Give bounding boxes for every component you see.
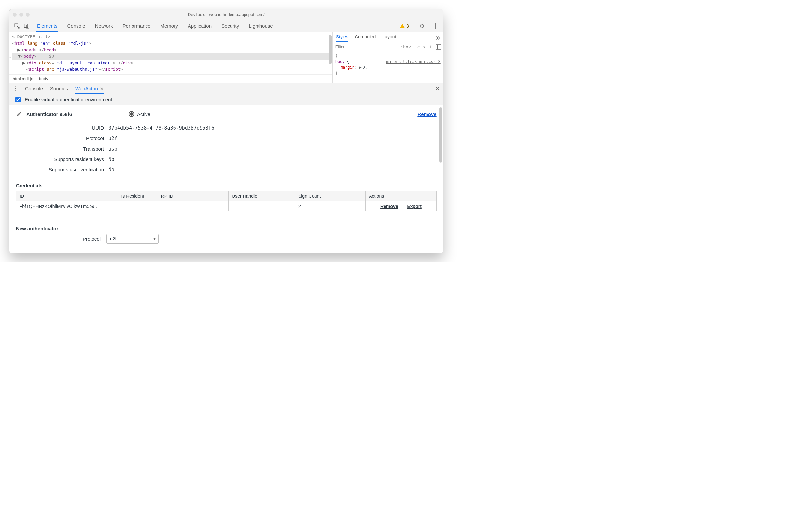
active-radio[interactable]: Active <box>129 111 150 117</box>
na-protocol-value: u2f <box>110 236 116 241</box>
close-icon[interactable]: ✕ <box>100 86 104 91</box>
styles-tabs: Styles Computed Layout <box>333 32 443 42</box>
new-authenticator-heading: New authenticator <box>16 226 437 231</box>
close-drawer-icon[interactable]: ✕ <box>435 85 440 92</box>
drawer-tab-webauthn[interactable]: WebAuthn✕ <box>75 86 104 91</box>
credentials-heading: Credentials <box>16 183 437 188</box>
window-title: DevTools - webauthndemo.appspot.com/ <box>9 12 443 17</box>
drawer-tabs: Console Sources WebAuthn✕ ✕ <box>9 83 443 94</box>
styles-filter-input[interactable] <box>333 43 399 51</box>
warning-count: 3 <box>406 23 409 29</box>
zoom-dot[interactable] <box>26 13 30 17</box>
minimize-dot[interactable] <box>19 13 23 17</box>
authenticator-title: Authenticator 958f6 <box>26 111 72 117</box>
main-toolbar: Elements Console Network Performance Mem… <box>9 20 443 32</box>
styles-tab-computed[interactable]: Computed <box>355 34 376 42</box>
th-userhandle[interactable]: User Handle <box>229 191 295 201</box>
tab-performance[interactable]: Performance <box>122 21 151 32</box>
uuid-label: UUID <box>29 123 104 133</box>
svg-point-3 <box>435 23 436 25</box>
table-header-row: ID Is Resident RP ID User Handle Sign Co… <box>16 191 437 201</box>
selected-node[interactable]: … ▼<body> == $0 <box>12 53 332 60</box>
th-actions[interactable]: Actions <box>366 191 436 201</box>
hov-toggle[interactable]: :hov <box>398 44 413 49</box>
scrollbar[interactable] <box>329 35 332 64</box>
cred-id: +bfTQHHRzKOfhilMnvIvCIkWTm5p9… <box>16 201 118 211</box>
drawer-tab-sources[interactable]: Sources <box>50 86 68 91</box>
transport-label: Transport <box>29 144 104 154</box>
add-rule-icon[interactable]: + <box>427 44 434 50</box>
styles-filter-row: :hov .cls + <box>333 42 443 51</box>
tab-application[interactable]: Application <box>187 21 212 32</box>
active-label: Active <box>137 111 150 117</box>
cred-rpid <box>158 201 228 211</box>
remove-authenticator-link[interactable]: Remove <box>417 111 436 117</box>
expand-icon[interactable]: ▶ <box>17 47 21 53</box>
protocol-label: Protocol <box>29 133 104 144</box>
kebab-menu-icon[interactable] <box>431 21 441 31</box>
breadcrumb-html[interactable]: html.mdl-js <box>13 76 33 81</box>
tab-elements[interactable]: Elements <box>36 21 58 32</box>
expand-icon[interactable]: ▶ <box>359 64 363 70</box>
th-resident[interactable]: Is Resident <box>118 191 158 201</box>
source-link[interactable]: material.te…k.min.css:8 <box>387 59 441 64</box>
device-toggle-icon[interactable] <box>22 21 32 31</box>
th-rpid[interactable]: RP ID <box>158 191 228 201</box>
breadcrumb: html.mdl-js body <box>9 74 332 83</box>
elements-panel: <!DOCTYPE html> <html lang="en" class="m… <box>9 32 443 83</box>
tab-console[interactable]: Console <box>67 21 86 32</box>
breadcrumb-body[interactable]: body <box>39 76 48 81</box>
devtools-window: DevTools - webauthndemo.appspot.com/ Ele… <box>9 9 443 253</box>
gear-icon[interactable] <box>417 21 427 31</box>
scrollbar[interactable] <box>439 107 443 162</box>
authenticator-props: UUID07b4db54-7538-4f78-8a36-9bd387d958f6… <box>29 123 437 175</box>
svg-point-5 <box>435 27 436 29</box>
kebab-menu-icon[interactable] <box>13 86 18 90</box>
na-protocol-select[interactable]: u2f ▾ <box>107 234 159 244</box>
transport-value: usb <box>108 144 117 154</box>
th-id[interactable]: ID <box>16 191 118 201</box>
tab-network[interactable]: Network <box>94 21 114 32</box>
th-signcount[interactable]: Sign Count <box>295 191 365 201</box>
dom-tree[interactable]: <!DOCTYPE html> <html lang="en" class="m… <box>9 32 332 83</box>
inspect-icon[interactable] <box>12 21 22 31</box>
svg-rect-1 <box>24 24 28 28</box>
enable-virtual-checkbox[interactable] <box>15 97 21 102</box>
cls-toggle[interactable]: .cls <box>413 44 427 49</box>
sidebar-toggle-icon[interactable] <box>436 44 441 50</box>
expand-icon[interactable]: ▶ <box>22 60 26 66</box>
authenticator-header: Authenticator 958f6 Active Remove <box>16 111 437 117</box>
css-rules[interactable]: } body { material.te…k.min.css:8 margin:… <box>333 51 443 83</box>
cred-signcount: 2 <box>295 201 365 211</box>
warning-badge[interactable]: 3 <box>400 23 409 29</box>
new-auth-protocol-row: Protocol u2f ▾ <box>16 234 437 244</box>
titlebar: DevTools - webauthndemo.appspot.com/ <box>9 9 443 20</box>
styles-tab-layout[interactable]: Layout <box>382 34 396 42</box>
remove-credential-link[interactable]: Remove <box>380 204 398 209</box>
drawer-tab-console[interactable]: Console <box>25 86 43 91</box>
styles-tab-styles[interactable]: Styles <box>336 34 348 42</box>
uuid-value: 07b4db54-7538-4f78-8a36-9bd387d958f6 <box>108 123 214 133</box>
close-dot[interactable] <box>13 13 17 17</box>
enable-virtual-label: Enable virtual authenticator environment <box>25 97 112 102</box>
cred-actions: RemoveExport <box>366 201 436 211</box>
na-protocol-label: Protocol <box>16 236 101 242</box>
tab-lighthouse[interactable]: Lighthouse <box>248 21 273 32</box>
collapse-icon[interactable]: ▼ <box>17 53 21 60</box>
radio-icon <box>129 111 135 117</box>
tab-memory[interactable]: Memory <box>160 21 178 32</box>
pencil-icon[interactable] <box>16 111 22 117</box>
main-tabs: Elements Console Network Performance Mem… <box>36 21 274 32</box>
styles-panel: Styles Computed Layout :hov .cls + } b <box>332 32 443 83</box>
protocol-value: u2f <box>108 133 117 144</box>
doctype: <!DOCTYPE html> <box>12 34 50 39</box>
toolbar-right: 3 <box>400 21 441 31</box>
chevron-right-icon[interactable] <box>435 36 440 41</box>
svg-point-4 <box>435 25 436 27</box>
export-credential-link[interactable]: Export <box>407 204 422 209</box>
tab-security[interactable]: Security <box>221 21 240 32</box>
table-row[interactable]: +bfTQHHRzKOfhilMnvIvCIkWTm5p9… 2 RemoveE… <box>16 201 437 211</box>
userverif-label: Supports user verification <box>29 164 104 175</box>
credentials-table: ID Is Resident RP ID User Handle Sign Co… <box>16 191 437 211</box>
webauthn-body: Authenticator 958f6 Active Remove UUID07… <box>9 105 443 253</box>
